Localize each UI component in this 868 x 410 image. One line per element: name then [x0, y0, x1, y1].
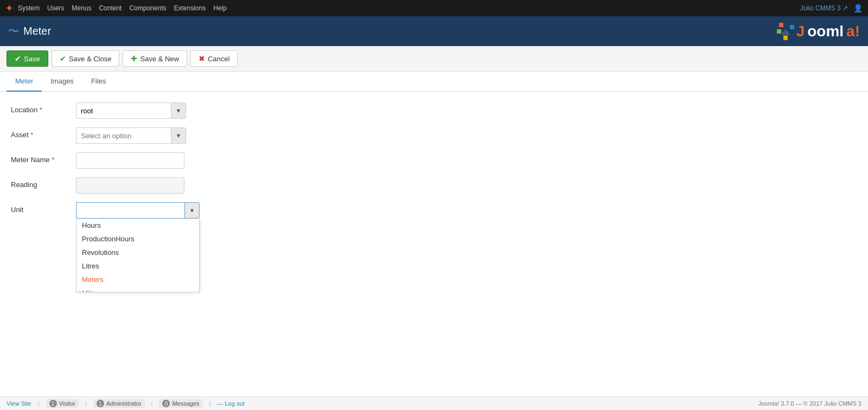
joomla-icon — [775, 21, 796, 42]
save-close-label: Save & Close — [69, 55, 112, 63]
header-bar: 〜 Meter Joomla! — [0, 16, 868, 46]
tabs-bar: Meter Images Files — [0, 72, 868, 92]
nav-system[interactable]: System — [18, 4, 40, 12]
joomla-brand-text: Joomla! — [796, 23, 860, 40]
asset-input[interactable] — [76, 127, 171, 144]
cancel-label: Cancel — [208, 55, 229, 63]
visitor-badge: 1 Visitor — [46, 399, 79, 408]
reading-input[interactable] — [76, 177, 184, 194]
top-navigation: ✦ System Users Menus Content Components … — [0, 0, 868, 16]
unit-input[interactable] — [76, 202, 184, 219]
messages-label: Messages — [172, 400, 199, 407]
footer-sep-3: | — [151, 400, 153, 407]
save-new-button[interactable]: ✚ Save & New — [123, 50, 187, 67]
unit-option-hours[interactable]: Hours — [76, 219, 199, 232]
location-combo: ▼ — [76, 102, 186, 119]
nav-menu: System Users Menus Content Components Ex… — [18, 4, 800, 12]
reading-field-group: Reading — [11, 177, 857, 194]
nav-help[interactable]: Help — [213, 4, 227, 12]
footer-sep-4: | — [209, 400, 211, 407]
unit-dropdown-list: Hours ProductionHours Revolutions Litres… — [76, 219, 200, 292]
user-area: Julio CMMS 3 ↗ 👤 — [800, 4, 863, 12]
unit-label: Unit — [11, 202, 76, 214]
tab-meter[interactable]: Meter — [7, 72, 42, 92]
location-label: Location * — [11, 102, 76, 114]
joomla-logo: Joomla! — [775, 21, 860, 42]
meter-wave-icon: 〜 — [8, 24, 19, 39]
nav-content[interactable]: Content — [99, 4, 122, 12]
reading-label: Reading — [11, 177, 76, 189]
administrator-badge: 1 Administrator — [93, 399, 145, 408]
cancel-button[interactable]: ✖ Cancel — [190, 50, 238, 67]
page-title: Meter — [23, 25, 51, 37]
footer: View Site | 1 Visitor | 1 Administrator … — [0, 396, 868, 410]
unit-option-miles[interactable]: Miles — [76, 286, 199, 292]
logout-label: Log out — [225, 400, 245, 407]
unit-dropdown-container: ▼ Hours ProductionHours Revolutions Litr… — [76, 202, 200, 219]
joomla-small-logo: ✦ — [5, 3, 12, 14]
administrator-label: Administrator — [106, 400, 142, 407]
unit-dropdown-button[interactable]: ▼ — [184, 202, 200, 219]
location-chevron-icon: ▼ — [176, 107, 182, 114]
footer-sep-2: | — [85, 400, 87, 407]
nav-components[interactable]: Components — [129, 4, 166, 12]
save-label: Save — [24, 55, 40, 63]
save-new-label: Save & New — [140, 55, 179, 63]
asset-field-group: Asset * ▼ — [11, 127, 857, 144]
unit-option-litres[interactable]: Litres — [76, 259, 199, 273]
joomla-exclaim: a! — [846, 23, 860, 40]
location-input[interactable] — [76, 102, 171, 119]
nav-menus[interactable]: Menus — [72, 4, 91, 12]
save-close-button[interactable]: ✔ Save & Close — [52, 50, 120, 67]
footer-sep-1: | — [38, 400, 40, 407]
visitor-count: 1 — [49, 400, 57, 407]
user-link[interactable]: Julio CMMS 3 ↗ — [800, 4, 848, 12]
unit-option-revolutions[interactable]: Revolutions — [76, 246, 199, 259]
unit-combo: ▼ — [76, 202, 200, 219]
location-field-group: Location * ▼ — [11, 102, 857, 119]
tab-images[interactable]: Images — [42, 72, 82, 92]
save-close-icon: ✔ — [60, 54, 66, 63]
asset-label: Asset * — [11, 127, 76, 139]
save-new-icon: ✚ — [131, 54, 137, 63]
visitor-label: Visitor — [59, 400, 75, 407]
asset-dropdown-button[interactable]: ▼ — [171, 127, 186, 144]
view-site-link[interactable]: View Site — [7, 400, 31, 407]
meter-name-field-group: Meter Name * — [11, 152, 857, 169]
asset-chevron-icon: ▼ — [176, 132, 182, 139]
administrator-count: 1 — [97, 400, 104, 407]
unit-option-meters[interactable]: Meters — [76, 273, 199, 286]
location-required-marker: * — [40, 106, 42, 114]
unit-option-productionhours[interactable]: ProductionHours — [76, 232, 199, 246]
toolbar: ✔ Save ✔ Save & Close ✚ Save & New ✖ Can… — [0, 46, 868, 72]
logout-link[interactable]: — Log out — [217, 400, 245, 407]
messages-badge: 0 Messages — [159, 399, 202, 408]
messages-count: 0 — [162, 400, 170, 407]
joomla-j: J — [796, 23, 805, 40]
logout-dash-icon: — — [217, 400, 225, 407]
user-icon: 👤 — [853, 4, 863, 12]
location-dropdown-button[interactable]: ▼ — [171, 102, 186, 119]
unit-options-list: Hours ProductionHours Revolutions Litres… — [76, 219, 199, 292]
asset-required-marker: * — [30, 131, 33, 139]
nav-extensions[interactable]: Extensions — [174, 4, 206, 12]
footer-version: Joomla! 3.7.0 — © 2017 Julio CMMS 3 — [758, 400, 861, 407]
unit-field-group: Unit ▼ Hours ProductionHours Revolutions… — [11, 202, 857, 219]
meter-name-label: Meter Name * — [11, 152, 76, 164]
save-button[interactable]: ✔ Save — [7, 50, 48, 67]
meter-name-required-marker: * — [52, 156, 54, 164]
meter-name-input[interactable] — [76, 152, 184, 169]
tab-files[interactable]: Files — [82, 72, 114, 92]
nav-users[interactable]: Users — [47, 4, 64, 12]
content-area: Location * ▼ Asset * ▼ Meter Name * — [0, 92, 868, 396]
asset-combo: ▼ — [76, 127, 186, 144]
cancel-icon: ✖ — [199, 54, 205, 63]
save-icon: ✔ — [15, 54, 21, 63]
unit-chevron-icon: ▼ — [189, 207, 195, 214]
